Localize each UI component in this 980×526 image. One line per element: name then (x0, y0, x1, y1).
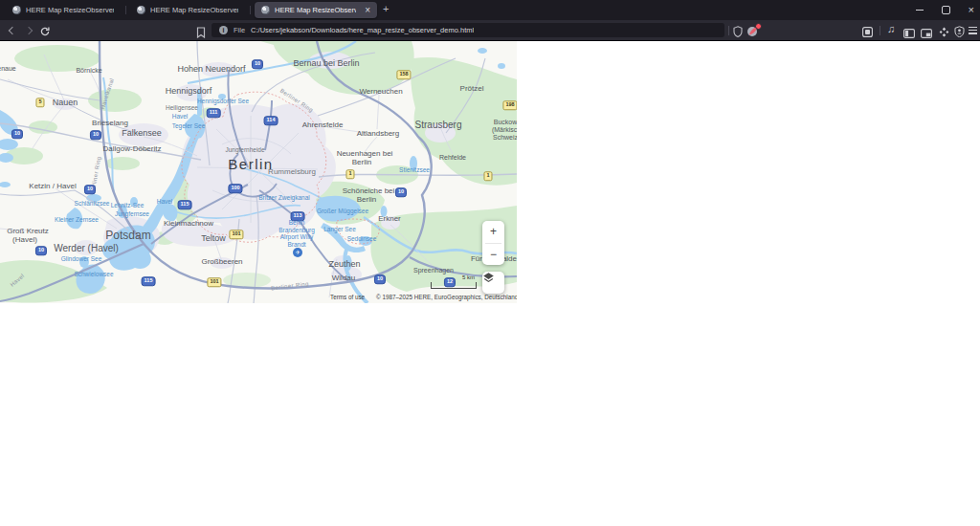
info-icon[interactable] (219, 26, 228, 34)
map-canvas[interactable]: enaueBörnickeNauenBrieselangFalkenseeDal… (0, 41, 517, 303)
tab-separator (125, 6, 126, 14)
menu-icon[interactable] (969, 27, 977, 36)
maximize-icon[interactable] (942, 6, 950, 14)
layers-button[interactable] (482, 272, 504, 294)
profile-shield-icon[interactable] (954, 24, 965, 41)
terms-of-use-link[interactable]: Terms of use (330, 294, 365, 300)
close-icon[interactable]: × (969, 5, 974, 15)
browser-toolbar: File C:/Users/jekabson/Downloads/here_ma… (0, 20, 980, 41)
tab-1[interactable]: HERE Map ResizeObserver Demo (6, 2, 122, 18)
shield-icon[interactable] (733, 24, 743, 41)
scale-label: 5 km (462, 274, 475, 280)
url-scheme-label: File (234, 26, 245, 34)
bookmark-icon[interactable] (196, 25, 206, 42)
page-content: enaueBörnickeNauenBrieselangFalkenseeDal… (0, 41, 980, 526)
scale-bar: 5 km (431, 282, 477, 289)
forward-icon[interactable] (25, 27, 33, 34)
url-bar[interactable]: File C:/Users/jekabson/Downloads/here_ma… (212, 23, 724, 37)
sidebar-icon[interactable] (903, 25, 915, 42)
here-favicon-icon (261, 6, 270, 14)
tab-title: HERE Map ResizeObserver Demo (275, 6, 356, 14)
music-note-icon[interactable] (887, 23, 895, 34)
map-attribution: Terms of use© 1987–2025 HERE, EuroGeogra… (330, 294, 517, 300)
new-tab-button[interactable]: + (383, 3, 389, 14)
here-favicon-icon (137, 6, 145, 14)
reload-icon[interactable] (39, 24, 51, 41)
tab-title: HERE Map ResizeObserver Demo (26, 6, 114, 14)
zoom-control: + − (482, 221, 504, 265)
here-favicon-icon (12, 6, 21, 14)
back-icon[interactable] (9, 27, 16, 34)
url-path: C:/Users/jekabson/Downloads/here_map_res… (251, 26, 474, 34)
tab-3-active[interactable]: HERE Map ResizeObserver Demo × (255, 2, 377, 18)
copyright-text: © 1987–2025 HERE, EuroGeographics, Deuts… (376, 294, 517, 300)
extensions-icon[interactable] (939, 24, 949, 41)
tab-separator (250, 6, 251, 14)
tab-title: HERE Map ResizeObserver Demo (150, 6, 238, 14)
layers-icon (482, 272, 495, 284)
browser-titlebar: HERE Map ResizeObserver Demo HERE Map Re… (0, 0, 980, 20)
zoom-in-button[interactable]: + (482, 221, 504, 243)
notification-badge (755, 23, 762, 30)
picture-in-picture-icon[interactable] (921, 25, 932, 42)
tab-2[interactable]: HERE Map ResizeObserver Demo (130, 2, 247, 18)
firefox-view-icon[interactable] (862, 24, 873, 41)
minimize-icon[interactable] (916, 10, 924, 11)
close-tab-icon[interactable]: × (361, 6, 370, 15)
map-terrain (0, 41, 517, 303)
zoom-out-button[interactable]: − (482, 244, 504, 266)
